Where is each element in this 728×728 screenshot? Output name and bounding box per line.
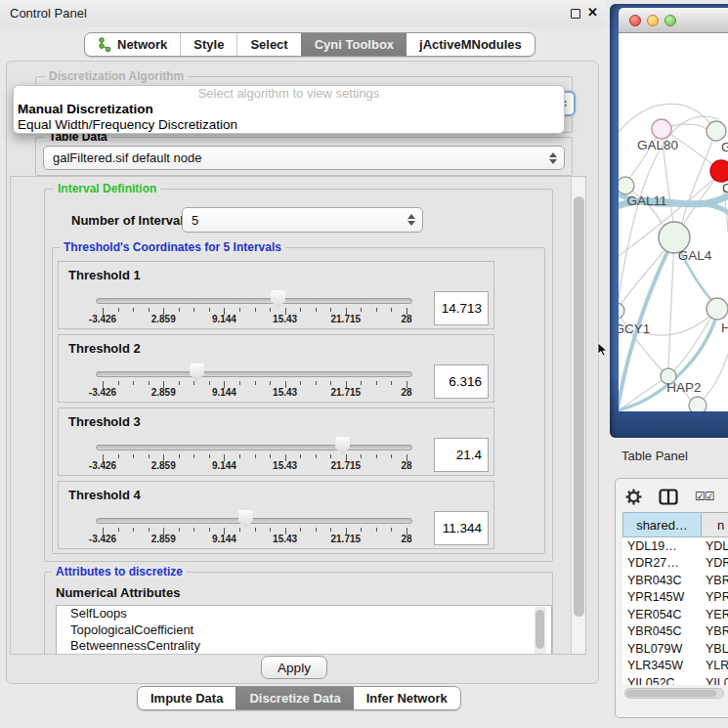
threshold-2-slider-track[interactable] [96, 371, 412, 377]
network-node[interactable] [652, 119, 671, 139]
cell-shared-name[interactable]: YER054C [622, 608, 702, 621]
scrollbar-thumb[interactable] [535, 610, 544, 649]
list-item[interactable]: BetweennessCentrality [57, 638, 551, 655]
table-row[interactable]: YBL079WYBL0 [622, 640, 728, 658]
slider-tick-labels: -3.4262.8599.14415.4321.71528 [59, 534, 493, 545]
float-panel-icon[interactable] [571, 9, 580, 19]
table-row[interactable]: YDL19…YDL1 [622, 537, 728, 555]
numerical-attributes-list[interactable]: SelfLoopsTopologicalCoefficientBetweenne… [56, 605, 552, 655]
scrollbar-thumb[interactable] [626, 690, 716, 697]
network-node[interactable] [707, 121, 726, 141]
thresholds-group-title: Threshold's Coordinates for 5 Intervals [60, 241, 285, 253]
close-panel-icon[interactable]: ✕ [587, 5, 598, 20]
threshold-3-slider-thumb[interactable] [335, 437, 350, 455]
tick-mark [376, 308, 377, 312]
network-node[interactable] [710, 160, 728, 182]
cell-shared-name[interactable]: YBR045C [622, 624, 702, 638]
cell-shared-name[interactable]: YLR345W [622, 659, 702, 672]
close-window-icon[interactable] [629, 15, 641, 26]
tick-mark [133, 381, 134, 385]
threshold-4-slider-track[interactable] [96, 518, 412, 524]
cell-shared-name[interactable]: YPR145W [622, 590, 702, 604]
checkboxes-icon[interactable]: ☑☑ [695, 490, 714, 503]
cell-shared-name[interactable]: YBL079W [622, 642, 702, 656]
tab-network-label: Network [117, 37, 167, 52]
threshold-2-slider-thumb[interactable] [190, 364, 204, 382]
table-row[interactable]: YBR045CYBR0 [622, 623, 728, 641]
threshold-1-slider-track[interactable] [96, 298, 412, 304]
threshold-3-slider-track[interactable] [96, 445, 412, 450]
table-horizontal-scrollbar[interactable] [624, 688, 724, 699]
tab-infer-network[interactable]: Infer Network [354, 687, 460, 709]
table-data-combobox[interactable]: galFiltered.sif default node [43, 146, 565, 170]
cell-name[interactable]: YBR0 [702, 574, 728, 587]
threshold-2-value-field[interactable]: 6.316 [434, 364, 489, 399]
network-node[interactable] [689, 397, 707, 411]
num-intervals-combobox[interactable]: 5 [182, 207, 423, 233]
threshold-4-slider-thumb[interactable] [238, 510, 253, 529]
list-item[interactable]: SelfLoops [57, 606, 551, 622]
tick-mark [270, 308, 271, 312]
table-row[interactable]: YER054CYER0 [622, 606, 728, 623]
dropdown-option-manual[interactable]: Manual Discretization [14, 102, 564, 117]
tab-discretize-data[interactable]: Discretize Data [236, 687, 353, 709]
column-header-shared-name[interactable]: shared… [622, 512, 702, 537]
cell-name[interactable]: YLR3 [702, 659, 728, 672]
table-row[interactable]: YLR345WYLR3 [622, 658, 728, 675]
threshold-3-value-field[interactable]: 21.4 [434, 438, 489, 472]
dropdown-option-equal-width[interactable]: Equal Width/Frequency Discretization [14, 117, 564, 133]
gear-icon[interactable] [625, 489, 642, 505]
tab-impute-data[interactable]: Impute Data [138, 687, 236, 709]
tab-network[interactable]: Network [85, 33, 180, 56]
threshold-4-value-field[interactable]: 11.344 [434, 511, 489, 545]
tick-mark [255, 528, 256, 532]
cell-name[interactable]: YPR1 [702, 590, 728, 604]
tab-select[interactable]: Select [236, 33, 300, 56]
node-label: C [722, 181, 728, 195]
zoom-window-icon[interactable] [664, 15, 676, 26]
slider-tick-labels: -3.4262.8599.14415.4321.71528 [59, 387, 493, 399]
tick-label: 2.859 [151, 314, 176, 324]
threshold-1-value-field[interactable]: 14.713 [434, 291, 489, 325]
network-node[interactable] [707, 298, 728, 320]
cell-shared-name[interactable]: YIL052C [622, 676, 702, 685]
cell-name[interactable]: YBL0 [702, 642, 728, 656]
cell-name[interactable]: YBR0 [702, 624, 728, 638]
table-row[interactable]: YDR27…YDR2 [622, 555, 728, 573]
cell-name[interactable]: YDR2 [702, 556, 728, 570]
network-canvas[interactable]: GAL80GCGAL11GAL4GCY1HHAP2 [619, 33, 728, 411]
table-rows[interactable]: YDL19…YDL1YDR27…YDR2YBR043CYBR0YPR145WYP… [622, 537, 728, 685]
threshold-4-box: Threshold 4 -3.4262.8599.14415.4321.7152… [58, 481, 494, 549]
network-node[interactable] [619, 177, 634, 194]
tab-style[interactable]: Style [180, 33, 236, 56]
tab-jactivemnodules[interactable]: jActiveMNodules [407, 33, 535, 56]
tick-mark [239, 381, 240, 385]
apply-button[interactable]: Apply [261, 656, 327, 679]
scrollbar-thumb[interactable] [574, 196, 584, 617]
table-row[interactable]: YPR145WYPR1 [622, 589, 728, 607]
tick-mark [193, 528, 194, 532]
cell-name[interactable]: YIL0 [702, 676, 728, 685]
tick-label: 15.43 [273, 314, 297, 324]
network-graph: GAL80GCGAL11GAL4GCY1HHAP2 [619, 33, 728, 411]
cell-shared-name[interactable]: YBR043C [622, 574, 702, 587]
list-item[interactable]: TopologicalCoefficient [57, 622, 551, 639]
column-header-name[interactable]: n [702, 512, 728, 537]
columns-icon[interactable] [659, 489, 678, 505]
network-node[interactable] [619, 303, 624, 319]
minimize-window-icon[interactable] [647, 15, 659, 26]
cell-shared-name[interactable]: YDR27… [622, 556, 702, 570]
table-row[interactable]: YBR043CYBR0 [622, 572, 728, 589]
tick-mark [361, 381, 362, 385]
tab-cyni-toolbox[interactable]: Cyni Toolbox [301, 33, 407, 56]
cell-shared-name[interactable]: YDL19… [622, 539, 702, 553]
table-row[interactable]: YIL052CYIL0 [622, 674, 728, 685]
cell-name[interactable]: YDL1 [702, 539, 728, 553]
threshold-1-slider-thumb[interactable] [271, 290, 285, 309]
combo-arrows-icon [549, 152, 557, 164]
cell-name[interactable]: YER0 [702, 608, 728, 621]
threshold-1-label: Threshold 1 [68, 268, 141, 282]
attributes-list-scrollbar[interactable] [535, 607, 546, 654]
settings-vertical-scrollbar[interactable] [571, 177, 586, 654]
network-window-titlebar[interactable] [619, 8, 728, 33]
